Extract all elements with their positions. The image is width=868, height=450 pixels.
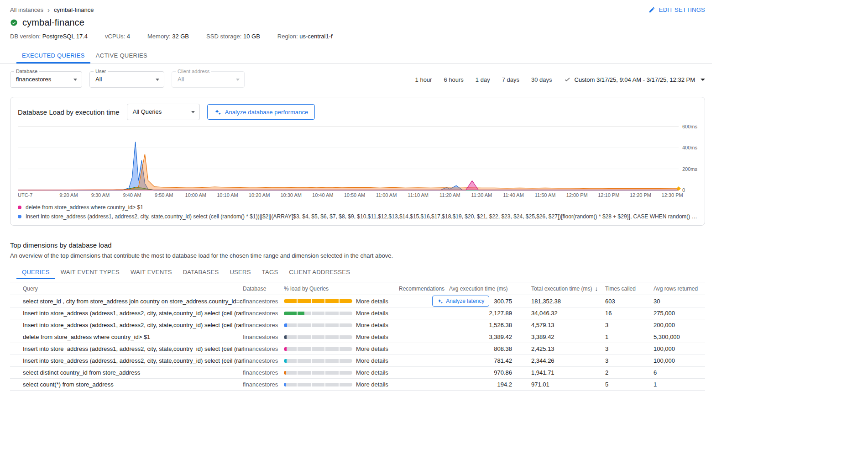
- time-range-7-days[interactable]: 7 days: [502, 76, 519, 83]
- query-cell[interactable]: delete from store_address where country_…: [10, 334, 243, 340]
- more-details-link[interactable]: More details: [356, 369, 388, 376]
- load-cell: More details: [284, 369, 399, 376]
- tab-wait-event-types[interactable]: WAIT EVENT TYPES: [55, 265, 125, 279]
- x-axis-label: 10:10 AM: [217, 192, 238, 198]
- tab-active-queries[interactable]: ACTIVE QUERIES: [90, 48, 153, 64]
- time-range-custom[interactable]: Custom 3/17/25, 9:04 AM - 3/17/25, 12:32…: [564, 76, 706, 83]
- query-cell[interactable]: select distinct country_id from store_ad…: [10, 369, 243, 376]
- total-execution-time-cell: 3,389.42: [531, 334, 605, 340]
- x-axis-label: 9:30 AM: [91, 192, 110, 198]
- tab-executed-queries[interactable]: EXECUTED QUERIES: [16, 48, 90, 64]
- avg-rows-returned-cell: 100,000: [654, 345, 699, 352]
- tab-wait-events[interactable]: WAIT EVENTS: [125, 265, 178, 279]
- query-filter-value: All Queries: [127, 104, 199, 120]
- time-range-1-day[interactable]: 1 day: [476, 76, 490, 83]
- sparkle-icon: [214, 108, 221, 116]
- column-header-avg-rows-returned[interactable]: Avg rows returned: [654, 286, 699, 292]
- query-cell[interactable]: Insert into store_address (address1, add…: [10, 345, 243, 352]
- time-range-1-hour[interactable]: 1 hour: [415, 76, 432, 83]
- user-filter-select[interactable]: User All: [89, 71, 164, 88]
- more-details-link[interactable]: More details: [356, 345, 388, 352]
- database-cell: financestores: [243, 381, 284, 388]
- series-select-store-id-orange: [18, 154, 679, 190]
- table-row: select count(*) from store_addressfinanc…: [10, 379, 705, 391]
- column-header-recommendations[interactable]: Recommendations: [399, 286, 449, 292]
- x-axis-label: 9:50 AM: [155, 192, 173, 198]
- times-called-cell: 2: [605, 369, 654, 376]
- edit-settings-label: EDIT SETTINGS: [659, 6, 705, 13]
- table-row: select store_id , city from store_addres…: [10, 295, 705, 307]
- analyze-latency-button[interactable]: Analyze latency: [432, 296, 489, 307]
- breadcrumb-all-instances[interactable]: All instances: [10, 6, 43, 13]
- avg-rows-returned-cell: 30: [654, 298, 699, 305]
- database-cell: financestores: [243, 310, 284, 317]
- query-cell[interactable]: Insert into store_address (address1, add…: [10, 357, 243, 364]
- table-row: Insert into store_address (address1, add…: [10, 343, 705, 355]
- column-header-query[interactable]: Query: [10, 286, 243, 292]
- more-details-link[interactable]: More details: [356, 357, 388, 364]
- time-range-6-hours[interactable]: 6 hours: [444, 76, 463, 83]
- query-cell[interactable]: Insert into store_address (address1, add…: [10, 310, 243, 317]
- x-axis-label: 12:10 PM: [598, 192, 619, 198]
- x-axis-label: 11:50 AM: [535, 192, 556, 198]
- more-details-link[interactable]: More details: [356, 334, 388, 340]
- top-dimensions-table: QueryDatabase% load by QueriesRecommenda…: [10, 282, 705, 391]
- column-header-load-by-queries[interactable]: % load by Queries: [284, 286, 399, 292]
- tab-tags[interactable]: TAGS: [256, 265, 284, 279]
- tab-queries[interactable]: QUERIES: [16, 265, 55, 279]
- more-details-link[interactable]: More details: [356, 310, 388, 317]
- database-filter-select[interactable]: Database financestores: [10, 71, 82, 88]
- database-load-chart[interactable]: 600ms400ms200ms0UTC-79:20 AM9:30 AM9:40 …: [18, 125, 697, 202]
- edit-settings-button[interactable]: EDIT SETTINGS: [648, 6, 705, 13]
- main-tabbar: EXECUTED QUERIESACTIVE QUERIES: [0, 48, 712, 64]
- query-cell[interactable]: select count(*) from store_address: [10, 381, 243, 388]
- meta-item-region: Region: us-central1-f: [277, 33, 333, 40]
- legend-item[interactable]: delete from store_address where country_…: [18, 204, 697, 211]
- query-cell[interactable]: Insert into store_address (address1, add…: [10, 322, 243, 328]
- legend-item[interactable]: Insert into store_address (address1, add…: [18, 213, 697, 220]
- load-bar: [284, 312, 352, 315]
- filter-row: Database financestores User All Client a…: [10, 71, 705, 88]
- time-range-custom-label: Custom 3/17/25, 9:04 AM - 3/17/25, 12:32…: [575, 76, 695, 83]
- x-axis-label: 9:40 AM: [123, 192, 141, 198]
- query-cell[interactable]: select store_id , city from store_addres…: [10, 298, 243, 305]
- tab-databases[interactable]: DATABASES: [178, 265, 225, 279]
- more-details-link[interactable]: More details: [356, 322, 388, 328]
- column-header-times-called[interactable]: Times called: [605, 286, 654, 292]
- more-details-link[interactable]: More details: [356, 381, 388, 388]
- database-filter-value: financestores: [10, 72, 82, 87]
- total-execution-time-cell: 4,579.13: [531, 322, 605, 328]
- avg-rows-returned-cell: 5,300,000: [654, 334, 699, 340]
- column-header-database[interactable]: Database: [243, 286, 284, 292]
- healthy-status-icon: [10, 19, 18, 26]
- analyze-database-performance-button[interactable]: Analyze database performance: [207, 104, 315, 120]
- chevron-down-icon: [191, 111, 195, 113]
- total-execution-time-cell: 2,344.26: [531, 357, 605, 364]
- sort-descending-icon: ↓: [595, 285, 598, 292]
- time-range-30-days[interactable]: 30 days: [531, 76, 552, 83]
- column-header-total-execution-time-ms[interactable]: Total execution time (ms)↓: [531, 285, 605, 292]
- times-called-cell: 1: [605, 334, 654, 340]
- total-execution-time-cell: 1,941.71: [531, 369, 605, 376]
- user-filter-value: All: [90, 72, 164, 87]
- client-address-filter-select[interactable]: Client address All: [172, 71, 245, 88]
- x-axis-label: 10:20 AM: [249, 192, 270, 198]
- column-header-avg-execution-time-ms[interactable]: Avg execution time (ms): [449, 286, 516, 292]
- client-address-filter-value: All: [172, 72, 244, 87]
- avg-execution-time-cell: 970.86: [449, 369, 516, 376]
- avg-execution-time-cell: 781.42: [449, 357, 516, 364]
- times-called-cell: 3: [605, 345, 654, 352]
- query-filter-select[interactable]: All Queries: [127, 104, 200, 120]
- load-cell: More details: [284, 322, 399, 328]
- top-dimensions-subtitle: An overview of the top dimensions that c…: [10, 252, 705, 259]
- avg-execution-time-cell: 808.38: [449, 345, 516, 352]
- dimension-tabs: QUERIESWAIT EVENT TYPESWAIT EVENTSDATABA…: [16, 265, 705, 279]
- load-bar: [284, 359, 352, 363]
- pencil-icon: [648, 6, 655, 13]
- tab-users[interactable]: USERS: [224, 265, 256, 279]
- main-tabs: EXECUTED QUERIESACTIVE QUERIES: [16, 48, 712, 64]
- database-load-card: Database Load by execution time All Quer…: [10, 97, 705, 226]
- tab-client-addresses[interactable]: CLIENT ADDRESSES: [283, 265, 356, 279]
- more-details-link[interactable]: More details: [356, 298, 388, 305]
- chevron-down-icon: [701, 79, 705, 81]
